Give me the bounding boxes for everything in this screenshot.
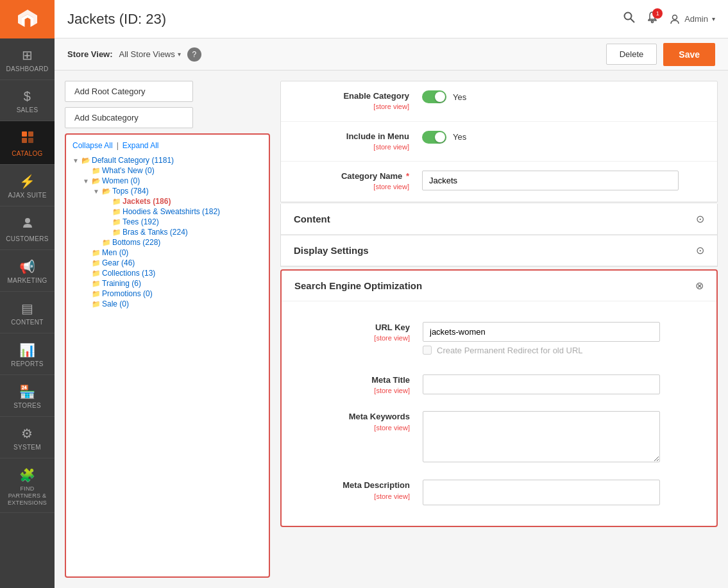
tree-node-label[interactable]: Tees (192) (123, 217, 159, 226)
sidebar-item-system[interactable]: ⚙ SYSTEM (0, 417, 55, 458)
help-icon[interactable]: ? (187, 47, 201, 62)
tree-node-label[interactable]: Women (0) (102, 176, 140, 185)
sidebar-item-reports[interactable]: 📊 REPORTS (0, 333, 55, 375)
tree-toggle[interactable]: ▼ (93, 188, 101, 195)
notification-button[interactable]: 1 (646, 11, 659, 27)
admin-label: Admin (684, 14, 708, 24)
seo-accordion-header[interactable]: Search Engine Optimization ⊗ (282, 271, 716, 301)
tree-node-tops[interactable]: ▼ 📂 Tops (784) (93, 186, 262, 196)
tree-toggle (83, 301, 90, 308)
tree-node-label[interactable]: Jackets (186) (123, 197, 171, 206)
tree-toggle (103, 229, 111, 236)
page-title: Jackets (ID: 23) (67, 11, 623, 28)
system-icon: ⚙ (21, 426, 33, 441)
delete-button[interactable]: Delete (606, 44, 657, 65)
folder-icon: 📂 (92, 177, 101, 185)
tree-node-sale[interactable]: 📁 Sale (0) (83, 299, 262, 309)
sidebar-item-stores[interactable]: 🏪 STORES (0, 375, 55, 417)
tree-node-jackets[interactable]: 📁 Jackets (186) (103, 196, 262, 206)
sidebar-logo[interactable] (0, 0, 55, 38)
tree-node-men[interactable]: 📁 Men (0) (83, 248, 262, 258)
category-name-control (422, 171, 704, 190)
enable-category-toggle[interactable] (422, 90, 446, 103)
sidebar-item-ajax-suite[interactable]: ⚡ AJAX SUITE (0, 165, 55, 206)
tree-node-gear[interactable]: 📁 Gear (46) (83, 258, 262, 268)
sales-icon: $ (24, 89, 31, 104)
tree-node-bottoms[interactable]: 📁 Bottoms (228) (93, 237, 262, 248)
marketing-icon: 📢 (19, 259, 35, 274)
tree-node-label[interactable]: Men (0) (102, 248, 128, 257)
url-key-input[interactable] (423, 322, 660, 342)
tree-node-label[interactable]: Bras & Tanks (224) (123, 228, 188, 237)
tree-children-tops: 📁 Jackets (186) 📁 Hoodies & Sweatshirts … (93, 196, 262, 237)
sidebar-item-label: Dashboard (6, 65, 48, 73)
display-settings-accordion-header[interactable]: Display Settings ⊙ (281, 235, 717, 266)
enable-category-row: Enable Category [store view] Yes (281, 81, 717, 122)
tree-node-label[interactable]: Sale (0) (102, 299, 129, 308)
meta-title-control (423, 374, 704, 394)
category-name-input[interactable] (422, 171, 679, 190)
sidebar-item-dashboard[interactable]: ⊞ Dashboard (0, 38, 55, 80)
tree-node-promotions[interactable]: 📁 Promotions (0) (83, 289, 262, 299)
include-menu-toggle[interactable] (422, 131, 446, 144)
tree-node-hoodies[interactable]: 📁 Hoodies & Sweatshirts (182) (103, 206, 262, 217)
collapse-all-link[interactable]: Collapse All (72, 141, 113, 150)
tree-node-bras[interactable]: 📁 Bras & Tanks (224) (103, 227, 262, 237)
redirect-row: Create Permanent Redirect for old URL (423, 342, 704, 359)
tree-node-label[interactable]: Bottoms (228) (112, 238, 160, 247)
save-button[interactable]: Save (663, 43, 715, 66)
tree-node-whats-new[interactable]: 📁 What's New (0) (83, 165, 262, 176)
tree-node-label[interactable]: Hoodies & Sweatshirts (182) (123, 207, 220, 216)
sidebar-item-content[interactable]: ▤ CONTENT (0, 292, 55, 333)
topbar: Jackets (ID: 23) 1 (55, 0, 728, 38)
content-accordion: Content ⊙ (280, 204, 718, 235)
right-panel: Enable Category [store view] Yes Include… (280, 81, 718, 578)
tree-node-default-category[interactable]: ▼ 📂 Default Category (1181) (72, 155, 262, 165)
add-root-category-button[interactable]: Add Root Category (65, 81, 193, 102)
required-star: * (406, 171, 409, 181)
tree-node-label[interactable]: What's New (0) (102, 166, 155, 175)
tree-node-women[interactable]: ▼ 📂 Women (0) (83, 176, 262, 186)
tree-node-label[interactable]: Default Category (1181) (92, 156, 174, 165)
tree-toggle[interactable]: ▼ (72, 157, 80, 164)
folder-icon: 📁 (112, 208, 121, 215)
svg-point-5 (625, 13, 632, 20)
include-menu-row: Include in Menu [store view] Yes (281, 122, 717, 162)
reports-icon: 📊 (19, 342, 35, 358)
meta-keywords-row: Meta Keywords [store view] (282, 403, 716, 472)
svg-rect-1 (28, 131, 33, 137)
tree-node-label[interactable]: Promotions (0) (102, 289, 153, 298)
sidebar-item-marketing[interactable]: 📢 MARKETING (0, 250, 55, 292)
tree-node-label[interactable]: Collections (13) (102, 269, 155, 278)
sidebar-item-sales[interactable]: $ Sales (0, 80, 55, 121)
url-key-control: Create Permanent Redirect for old URL (423, 322, 704, 359)
sidebar-item-catalog[interactable]: CATALOG (0, 121, 55, 165)
tree-node-label[interactable]: Training (6) (102, 279, 141, 288)
meta-title-input[interactable] (423, 374, 660, 394)
tree-node-label[interactable]: Tops (784) (112, 187, 149, 196)
meta-keywords-input[interactable] (423, 411, 660, 462)
store-view-label: Store View: (67, 49, 113, 59)
tree-node-label[interactable]: Gear (46) (102, 258, 135, 267)
stores-icon: 🏪 (19, 384, 35, 399)
sidebar-item-customers[interactable]: CUSTOMERS (0, 206, 55, 250)
meta-description-input[interactable] (423, 480, 660, 505)
store-view-selector[interactable]: All Store Views ▾ (119, 49, 181, 59)
add-subcategory-button[interactable]: Add Subcategory (65, 107, 193, 128)
meta-keywords-label: Meta Keywords [store view] (294, 411, 423, 433)
folder-icon: 📁 (92, 167, 101, 174)
admin-menu-button[interactable]: Admin ▾ (669, 13, 715, 25)
chevron-down-icon: ▾ (712, 15, 715, 22)
redirect-checkbox[interactable] (423, 346, 432, 355)
url-key-label: URL Key [store view] (294, 322, 423, 344)
tree-node-tees[interactable]: 📁 Tees (192) (103, 217, 262, 227)
meta-description-row: Meta Description [store view] (282, 472, 716, 513)
search-icon[interactable] (623, 11, 636, 27)
meta-keywords-control (423, 411, 704, 464)
tree-node-training[interactable]: 📁 Training (6) (83, 278, 262, 289)
content-accordion-header[interactable]: Content ⊙ (281, 204, 717, 235)
sidebar-item-find-partners[interactable]: 🧩 FIND PARTNERS & EXTENSIONS (0, 458, 55, 513)
expand-all-link[interactable]: Expand All (123, 141, 159, 150)
tree-toggle[interactable]: ▼ (83, 178, 90, 185)
tree-node-collections[interactable]: 📁 Collections (13) (83, 268, 262, 278)
